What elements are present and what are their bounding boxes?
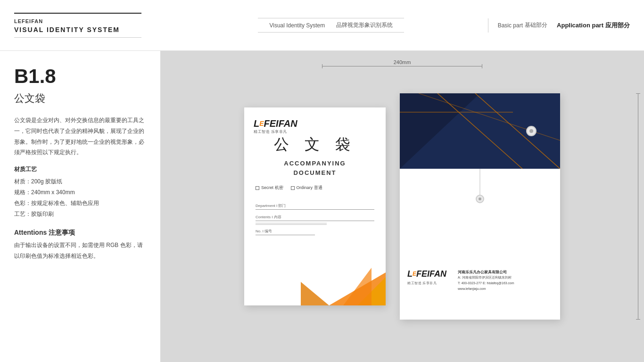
env-logo-l: L [407,270,413,278]
logo-feifan: FEIFAN [264,119,297,128]
field-contents-line1 [256,221,374,221]
company-address: A: 河南省郑阳市伊滨区迁利镇东刘村 [458,275,514,280]
header: LEFEIFAN VISUAL IDENTITY SYSTEM Visual I… [0,0,644,51]
addr-label: A: [458,276,462,279]
field-contents-line2 [256,223,327,223]
company-tel: T: 400-0323-277 E: hislafeq@163.com [458,280,514,286]
nav-vis-cn: 品牌视觉形象识别系统 [336,21,393,29]
attention-title: Attentions 注意事项 [14,229,146,237]
envelope-button-top [526,126,537,136]
field-number-line [256,235,315,235]
section-title: 公文袋 [14,91,146,106]
front-tagline: 精工智造 乐享非凡 [254,130,376,134]
envelope-company-info: 河南乐乐凡办公家具有限公司 A: 河南省郑阳市伊滨区迁利镇东刘村 T: 400-… [458,270,514,292]
front-logo: L E FEIFAN 精工智造 乐享非凡 [254,119,376,134]
company-name: 河南乐乐凡办公家具有限公司 [458,270,514,275]
envelope-button-bottom [476,195,484,203]
section-code: B1.8 [14,65,146,88]
material-craft: 工艺：胶版印刷 [14,209,146,220]
company-website: www.lefanjiaju.com [458,286,514,292]
front-checkboxes: Secret 机密 Ordinary 普通 [254,185,376,191]
checkbox-secret: Secret 机密 [256,185,283,191]
brand-name: LEFEIFAN [14,17,174,26]
nav-app-cn: 应用部分 [605,21,630,30]
nav-vis-en[interactable]: Visual Identity System [269,22,325,29]
envelope-logo: L E FEIFAN 精工智造 乐享非凡 [407,270,446,286]
document-front: L E FEIFAN 精工智造 乐享非凡 公 文 袋 ACCOMPANYING … [244,107,386,305]
env-tagline: 精工智造 乐享非凡 [407,281,446,286]
logo-l: L [254,119,259,128]
field-contents-line3 [256,224,327,225]
field-department-label: Department I 部门 [256,203,374,208]
header-center: Visual Identity System 品牌视觉形象识别系统 [174,18,488,33]
header-right: Basic part 基础部分 Application part 应用部分 [488,18,630,33]
material-section-label: 材质工艺 [14,165,146,173]
content-area: 240mm 340mm L E FEIFAN 精工智 [160,51,644,362]
brand-subtitle: VISUAL IDENTITY SYSTEM [14,26,174,33]
front-fields: Department I 部门 Contents I 内容 No. I 编号 [254,198,376,235]
front-title-cn: 公 文 袋 [254,134,376,155]
material-color: 色彩：按规定标准色、辅助色应用 [14,198,146,209]
env-logo-e: E [413,271,416,277]
header-bottom-line [14,37,141,38]
sidebar: B1.8 公文袋 公文袋是企业对内、对外交换信息的最重要的工具之一，它同时也代表… [0,51,160,362]
attention-text: 由于输出设备的设置不同，如需使用 RGB 色彩，请以印刷色值为标准选择相近色彩。 [14,240,146,262]
nav-basic-cn: 基础部分 [525,21,547,29]
svg-marker-3 [301,282,329,305]
header-left: LEFEIFAN VISUAL IDENTITY SYSTEM [14,13,174,38]
header-top-line [14,13,141,14]
envelope-top [400,93,560,169]
material-size: 规格：240mm x 340mm [14,187,146,198]
checkbox-ordinary: Ordinary 普通 [291,185,322,191]
front-decoration-svg [301,244,386,305]
nav-basic-en[interactable]: Basic part [498,22,523,29]
env-logo-feifan: FEIFAN [416,270,446,278]
field-number-label: No. I 编号 [256,229,374,234]
front-title-en: ACCOMPANYING DOCUMENT [254,159,376,177]
envelope-bottom-area: L E FEIFAN 精工智造 乐享非凡 河南乐乐凡办公家具有限公司 A: 河南… [400,263,560,320]
document-back: L E FEIFAN 精工智造 乐享非凡 河南乐乐凡办公家具有限公司 A: 河南… [400,93,560,320]
nav-app-en[interactable]: Application part [557,22,603,29]
dimension-width-label: 240mm [322,59,482,66]
dimension-height-label: 340mm [638,93,638,320]
main-content: B1.8 公文袋 公文袋是企业对内、对外交换信息的最重要的工具之一，它同时也代表… [0,51,644,362]
addr-value: 河南省郑阳市伊滨区迁利镇东刘村 [462,276,512,279]
field-contents-label: Contents I 内容 [256,214,374,220]
material-quality: 材质：200g 胶版纸 [14,176,146,187]
logo-e: E [259,120,264,127]
description-text: 公文袋是企业对内、对外交换信息的最重要的工具之一，它同时也代表了企业的精神风貌，… [14,115,146,158]
field-department-line [256,209,374,210]
